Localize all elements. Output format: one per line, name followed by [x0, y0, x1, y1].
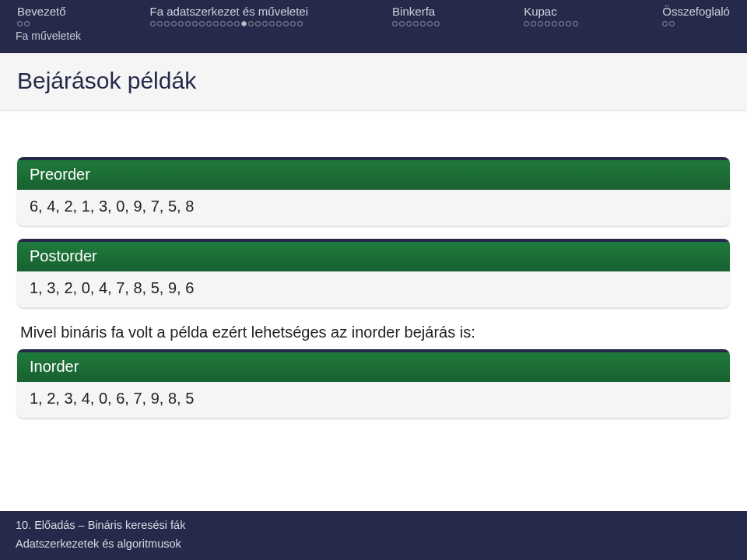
- nav-progress-dots: [662, 21, 675, 26]
- progress-dot[interactable]: [531, 21, 536, 26]
- progress-dot[interactable]: [297, 21, 303, 26]
- footer-bar: 10. Előadás – Bináris keresési fák Adats…: [0, 511, 747, 560]
- progress-dot[interactable]: [171, 21, 177, 26]
- inorder-block: Inorder 1, 2, 3, 4, 0, 6, 7, 9, 8, 5: [17, 349, 730, 418]
- progress-dot[interactable]: [524, 21, 529, 26]
- progress-dot[interactable]: [290, 21, 296, 26]
- progress-dot[interactable]: [185, 21, 191, 26]
- nav-section-label: Bevezető: [17, 5, 66, 18]
- progress-dot[interactable]: [206, 21, 212, 26]
- footer-line1: 10. Előadás – Bináris keresési fák: [16, 516, 731, 535]
- progress-dot[interactable]: [213, 21, 219, 26]
- progress-dot[interactable]: [276, 21, 282, 26]
- progress-dot[interactable]: [662, 21, 668, 26]
- progress-dot[interactable]: [269, 21, 275, 26]
- progress-dot[interactable]: [283, 21, 289, 26]
- slide-title: Bejárások példák: [17, 68, 730, 94]
- content-area: Preorder 6, 4, 2, 1, 3, 0, 9, 7, 5, 8 Po…: [0, 110, 747, 418]
- progress-dot[interactable]: [545, 21, 550, 26]
- progress-dot[interactable]: [566, 21, 571, 26]
- progress-dot[interactable]: [392, 21, 398, 26]
- progress-dot[interactable]: [262, 21, 268, 26]
- progress-dot[interactable]: [538, 21, 543, 26]
- nav-section-label: Binkerfa: [392, 5, 435, 18]
- nav-section[interactable]: Binkerfa: [392, 5, 440, 26]
- inorder-title: Inorder: [17, 349, 730, 382]
- progress-dot[interactable]: [199, 21, 205, 26]
- postorder-title: Postorder: [17, 239, 730, 271]
- nav-progress-dots: [17, 21, 30, 26]
- nav-progress-dots: [392, 21, 440, 26]
- progress-dot[interactable]: [157, 21, 163, 26]
- progress-dot[interactable]: [434, 21, 440, 26]
- nav-section-label: Összefoglaló: [662, 5, 730, 18]
- nav-section-label: Kupac: [524, 5, 557, 18]
- progress-dot[interactable]: [24, 21, 30, 26]
- progress-dot[interactable]: [17, 21, 23, 26]
- footer-line2: Adatszerkezetek és algoritmusok: [16, 534, 731, 554]
- progress-dot[interactable]: [220, 21, 226, 26]
- postorder-block: Postorder 1, 3, 2, 0, 4, 7, 8, 5, 9, 6: [17, 239, 730, 308]
- progress-dot[interactable]: [559, 21, 564, 26]
- nav-section[interactable]: Fa adatszerkezet és műveletei: [150, 5, 308, 26]
- progress-dot[interactable]: [192, 21, 198, 26]
- progress-dot[interactable]: [178, 21, 184, 26]
- title-band: Bejárások példák: [0, 53, 747, 110]
- postorder-body: 1, 3, 2, 0, 4, 7, 8, 5, 9, 6: [17, 271, 730, 308]
- nav-section-label: Fa adatszerkezet és műveletei: [150, 5, 308, 18]
- preorder-title: Preorder: [17, 157, 730, 190]
- progress-dot[interactable]: [255, 21, 261, 26]
- inorder-intro-text: Mivel bináris fa volt a példa ezért lehe…: [17, 320, 730, 349]
- progress-dot[interactable]: [150, 21, 156, 26]
- progress-dot[interactable]: [420, 21, 426, 26]
- nav-section[interactable]: Bevezető: [17, 5, 66, 26]
- nav-row: BevezetőFa adatszerkezet és műveleteiBin…: [16, 0, 731, 26]
- progress-dot[interactable]: [241, 21, 247, 26]
- preorder-block: Preorder 6, 4, 2, 1, 3, 0, 9, 7, 5, 8: [17, 157, 730, 226]
- progress-dot[interactable]: [669, 21, 675, 26]
- progress-dot[interactable]: [413, 21, 419, 26]
- progress-dot[interactable]: [573, 21, 578, 26]
- nav-section[interactable]: Összefoglaló: [662, 5, 730, 26]
- progress-dot[interactable]: [406, 21, 412, 26]
- progress-dot[interactable]: [552, 21, 557, 26]
- progress-dot[interactable]: [248, 21, 254, 26]
- nav-progress-dots: [150, 21, 303, 26]
- preorder-body: 6, 4, 2, 1, 3, 0, 9, 7, 5, 8: [17, 190, 730, 226]
- nav-sublabel: Fa műveletek: [16, 30, 731, 42]
- nav-section[interactable]: Kupac: [524, 5, 578, 26]
- inorder-body: 1, 2, 3, 4, 0, 6, 7, 9, 8, 5: [17, 382, 730, 418]
- progress-dot[interactable]: [399, 21, 405, 26]
- progress-dot[interactable]: [427, 21, 433, 26]
- nav-progress-dots: [524, 21, 578, 26]
- progress-dot[interactable]: [227, 21, 233, 26]
- progress-dot[interactable]: [234, 21, 240, 26]
- header-bar: BevezetőFa adatszerkezet és műveleteiBin…: [0, 0, 747, 53]
- progress-dot[interactable]: [164, 21, 170, 26]
